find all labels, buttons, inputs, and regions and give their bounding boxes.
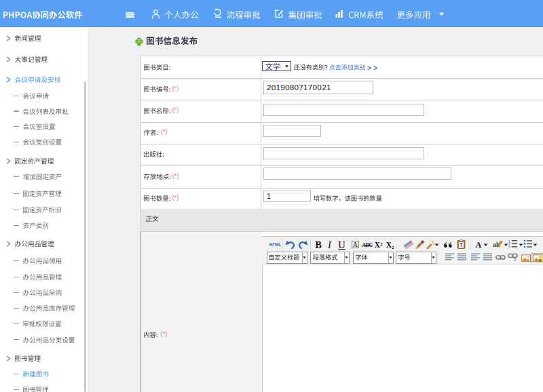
svg-text:3: 3	[508, 246, 510, 249]
